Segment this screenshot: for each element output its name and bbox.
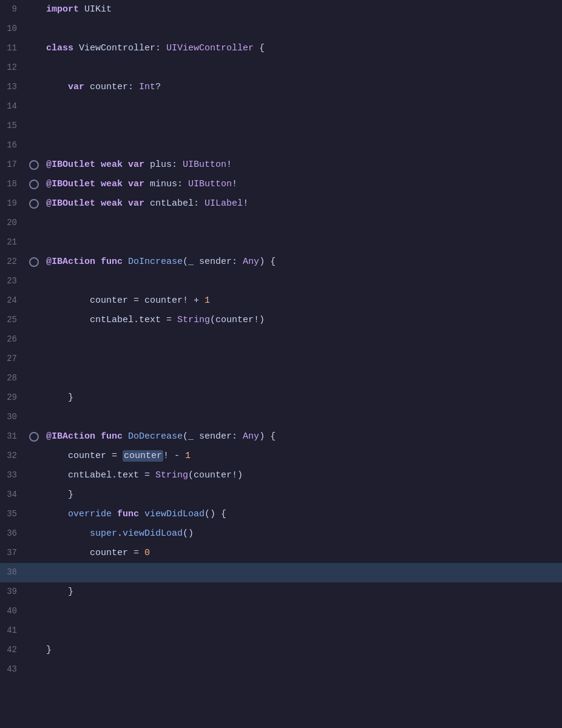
line-number: 15: [0, 120, 25, 133]
code-line: 39 }: [0, 582, 562, 602]
gutter: [25, 432, 42, 442]
gutter: [25, 180, 42, 189]
code-line: 12: [0, 58, 562, 78]
line-number: 11: [0, 42, 25, 55]
line-content: [42, 565, 562, 579]
line-content: [42, 332, 562, 346]
code-line: 24 counter = counter! + 1: [0, 291, 562, 311]
line-number: 43: [0, 663, 25, 676]
line-content: counter = counter! + 1: [42, 294, 562, 308]
line-number: 9: [0, 3, 25, 16]
code-line: 35 override func viewDidLoad() {: [0, 505, 562, 524]
code-line: 18 @IBOutlet weak var minus: UIButton!: [0, 175, 562, 194]
gutter: [25, 257, 42, 267]
line-content: [42, 235, 562, 249]
line-content: @IBOutlet weak var cntLabel: UILabel!: [42, 197, 562, 211]
code-line: 34 }: [0, 485, 562, 505]
line-number: 33: [0, 469, 25, 482]
code-line: 16: [0, 136, 562, 155]
code-line: 9 import UIKit: [0, 0, 562, 19]
line-number: 27: [0, 352, 25, 366]
line-number: 12: [0, 61, 25, 75]
line-content: var counter: Int?: [42, 80, 562, 94]
line-number: 35: [0, 508, 25, 521]
code-line: 26: [0, 330, 562, 349]
line-content: @IBAction func DoDecrease(_ sender: Any)…: [42, 430, 562, 443]
code-line: 25 cntLabel.text = String(counter!): [0, 311, 562, 330]
code-line: 23: [0, 272, 562, 291]
line-content: }: [42, 391, 562, 405]
code-line: 27: [0, 349, 562, 369]
line-content: }: [42, 643, 562, 657]
line-content: [42, 371, 562, 385]
line-number: 10: [0, 22, 25, 36]
code-line-active: 38: [0, 563, 562, 582]
line-content: [42, 216, 562, 230]
line-content: [42, 604, 562, 618]
code-line: 40: [0, 602, 562, 621]
code-editor: 9 import UIKit 10 11 class ViewControlle…: [0, 0, 562, 728]
line-content: [42, 61, 562, 75]
line-number: 31: [0, 430, 25, 443]
line-number: 30: [0, 411, 25, 424]
code-line: 21: [0, 233, 562, 252]
line-number: 23: [0, 275, 25, 288]
line-content: [42, 99, 562, 113]
code-line: 10: [0, 19, 562, 39]
line-content: }: [42, 585, 562, 599]
line-number: 19: [0, 197, 25, 211]
iboutlet-circle-icon[interactable]: [29, 160, 39, 170]
code-line: 17 @IBOutlet weak var plus: UIButton!: [0, 155, 562, 175]
code-line: 41: [0, 621, 562, 641]
code-line: 30: [0, 408, 562, 427]
line-content: [42, 138, 562, 152]
line-content: counter = 0: [42, 546, 562, 560]
line-number: 37: [0, 547, 25, 560]
ibaction-circle-icon[interactable]: [29, 257, 39, 267]
line-number: 16: [0, 139, 25, 152]
line-number: 40: [0, 605, 25, 618]
code-line: 42 }: [0, 641, 562, 660]
line-content: class ViewController: UIViewController {: [42, 41, 562, 55]
code-line: 33 cntLabel.text = String(counter!): [0, 466, 562, 485]
ibaction-circle-icon[interactable]: [29, 432, 39, 442]
line-number: 22: [0, 255, 25, 269]
line-content: @IBOutlet weak var plus: UIButton!: [42, 158, 562, 172]
line-content: [42, 410, 562, 424]
code-line: 13 var counter: Int?: [0, 78, 562, 97]
line-number: 20: [0, 217, 25, 230]
line-number: 17: [0, 158, 25, 172]
line-number: 14: [0, 100, 25, 113]
line-number: 42: [0, 644, 25, 657]
iboutlet-circle-icon[interactable]: [29, 199, 39, 209]
line-content: [42, 274, 562, 288]
line-number: 29: [0, 391, 25, 405]
line-content: @IBOutlet weak var minus: UIButton!: [42, 177, 562, 191]
line-content: [42, 352, 562, 366]
line-number: 28: [0, 372, 25, 385]
line-content: @IBAction func DoIncrease(_ sender: Any)…: [42, 255, 562, 269]
gutter: [25, 160, 42, 170]
code-line: 22 @IBAction func DoIncrease(_ sender: A…: [0, 252, 562, 272]
code-line: 36 super.viewDidLoad(): [0, 524, 562, 544]
line-content: override func viewDidLoad() {: [42, 507, 562, 521]
line-content: cntLabel.text = String(counter!): [42, 468, 562, 482]
line-content: super.viewDidLoad(): [42, 527, 562, 541]
code-line: 43: [0, 660, 562, 679]
line-content: [42, 662, 562, 676]
code-line: 28: [0, 369, 562, 388]
line-number: 18: [0, 178, 25, 191]
line-number: 39: [0, 585, 25, 599]
line-content: counter = counter! - 1: [42, 449, 562, 463]
code-line: 14: [0, 97, 562, 116]
line-number: 21: [0, 236, 25, 249]
line-number: 25: [0, 314, 25, 327]
line-number: 24: [0, 294, 25, 308]
iboutlet-circle-icon[interactable]: [29, 180, 39, 189]
code-line: 32 counter = counter! - 1: [0, 447, 562, 466]
gutter: [25, 199, 42, 209]
line-number: 13: [0, 81, 25, 94]
code-line: 15: [0, 116, 562, 136]
code-line: 29 }: [0, 388, 562, 408]
code-line: 20: [0, 214, 562, 233]
